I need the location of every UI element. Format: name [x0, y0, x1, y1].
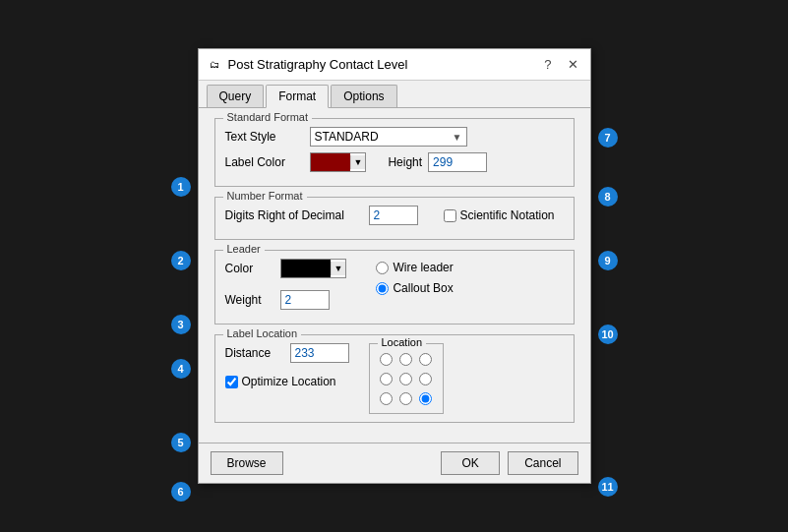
distance-label: Distance: [225, 346, 284, 360]
label-color-arrow[interactable]: ▼: [350, 155, 366, 169]
loc-radio-0[interactable]: [380, 353, 393, 366]
distance-row: Distance: [225, 343, 349, 363]
optimize-row: Optimize Location: [225, 375, 349, 388]
location-grid: [378, 350, 435, 407]
badge-6: 6: [171, 482, 191, 502]
tab-options[interactable]: Options: [331, 85, 396, 107]
callout-box-row: Callout Box: [376, 281, 453, 295]
badge-2: 2: [171, 251, 191, 270]
loc-radio-2[interactable]: [419, 353, 432, 366]
loc-radio-7[interactable]: [399, 392, 412, 405]
dialog: 7 8 9 10 11 1 2 3 4 5 6 🗂 Post Stratigra…: [198, 48, 591, 484]
ok-button[interactable]: OK: [441, 451, 500, 475]
digits-label: Digits Right of Decimal: [225, 208, 363, 222]
wire-leader-label: Wire leader: [393, 261, 453, 274]
callout-box-label: Callout Box: [393, 281, 453, 295]
height-label: Height: [388, 155, 422, 169]
wire-leader-row: Wire leader: [376, 261, 453, 274]
height-input[interactable]: 299: [428, 152, 487, 172]
loc-radio-3[interactable]: [380, 373, 393, 385]
location-legend: Location: [378, 336, 427, 348]
badge-4: 4: [171, 359, 191, 379]
title-bar: 🗂 Post Stratigraphy Contact Level ? ✕: [199, 49, 590, 81]
label-location-legend: Label Location: [223, 327, 302, 339]
app-icon: 🗂: [207, 57, 222, 73]
scientific-label: Scientific Notation: [460, 208, 555, 222]
loc-radio-6[interactable]: [380, 392, 393, 405]
badge-11: 11: [598, 477, 618, 497]
label-color-swatch: [311, 153, 350, 171]
leader-section: Leader Color ▼ Weight: [214, 250, 575, 325]
label-location-section: Label Location Distance Optimize Locatio…: [214, 334, 575, 423]
label-color-label: Label Color: [225, 155, 304, 169]
label-location-right: Location: [369, 343, 444, 414]
scientific-checkbox[interactable]: [444, 209, 456, 222]
tab-content: Standard Format Text Style STANDARD ▼ La…: [199, 108, 590, 443]
scientific-row: Scientific Notation: [444, 208, 555, 222]
leader-border: Leader Color ▼ Weight: [214, 250, 575, 325]
leader-weight-label: Weight: [225, 293, 274, 307]
leader-color-swatch: [281, 260, 331, 277]
help-button[interactable]: ?: [540, 55, 555, 74]
text-style-row: Text Style STANDARD ▼: [225, 127, 564, 147]
number-format-section: Number Format Digits Right of Decimal Sc…: [214, 197, 575, 240]
standard-format-section: Standard Format Text Style STANDARD ▼ La…: [214, 118, 575, 187]
tab-query[interactable]: Query: [207, 85, 265, 107]
text-style-arrow: ▼: [453, 132, 462, 143]
digits-input[interactable]: [369, 206, 418, 225]
text-style-dropdown[interactable]: STANDARD ▼: [310, 127, 467, 147]
loc-radio-8[interactable]: [419, 392, 432, 405]
leader-color-arrow[interactable]: ▼: [331, 262, 346, 275]
leader-color-label: Color: [225, 262, 274, 275]
wire-leader-radio[interactable]: [376, 262, 389, 274]
location-box: Location: [369, 343, 444, 414]
loc-radio-4[interactable]: [399, 373, 412, 385]
number-format-legend: Number Format: [223, 190, 307, 202]
leader-color-row: Color ▼: [225, 259, 347, 278]
loc-radio-5[interactable]: [419, 373, 432, 385]
distance-input[interactable]: [290, 343, 349, 363]
cancel-button[interactable]: Cancel: [508, 451, 577, 475]
label-color-picker[interactable]: ▼: [310, 152, 367, 172]
loc-radio-1[interactable]: [399, 353, 412, 366]
standard-format-legend: Standard Format: [223, 111, 313, 123]
badge-10: 10: [598, 325, 618, 344]
label-color-row: Label Color ▼ Height 299: [225, 152, 564, 172]
leader-weight-row: Weight: [225, 290, 347, 310]
label-location-left: Distance Optimize Location: [225, 343, 349, 388]
optimize-label: Optimize Location: [242, 375, 336, 388]
dialog-title: Post Stratigraphy Contact Level: [228, 57, 408, 72]
badge-5: 5: [171, 433, 191, 452]
badge-9: 9: [598, 251, 618, 270]
leader-color-picker[interactable]: ▼: [280, 259, 347, 278]
optimize-checkbox[interactable]: [225, 376, 238, 388]
bottom-bar: Browse OK Cancel: [199, 443, 590, 483]
leader-weight-input[interactable]: [280, 290, 330, 310]
digits-row: Digits Right of Decimal Scientific Notat…: [225, 206, 564, 225]
leader-left: Color ▼ Weight: [225, 259, 347, 316]
tab-bar: Query Format Options: [199, 81, 590, 108]
standard-format-border: Standard Format Text Style STANDARD ▼ La…: [214, 118, 575, 187]
badge-3: 3: [171, 315, 191, 334]
leader-legend: Leader: [223, 243, 265, 255]
tab-format[interactable]: Format: [266, 85, 329, 108]
text-style-label: Text Style: [225, 130, 304, 144]
close-button[interactable]: ✕: [564, 55, 582, 74]
browse-button[interactable]: Browse: [211, 451, 283, 475]
text-style-value: STANDARD: [315, 130, 379, 144]
label-location-border: Label Location Distance Optimize Locatio…: [214, 334, 575, 423]
leader-right: Wire leader Callout Box: [376, 259, 453, 298]
badge-8: 8: [598, 187, 618, 207]
badge-1: 1: [171, 177, 191, 197]
badge-7: 7: [598, 128, 618, 148]
callout-box-radio[interactable]: [376, 282, 389, 295]
number-format-border: Number Format Digits Right of Decimal Sc…: [214, 197, 575, 240]
